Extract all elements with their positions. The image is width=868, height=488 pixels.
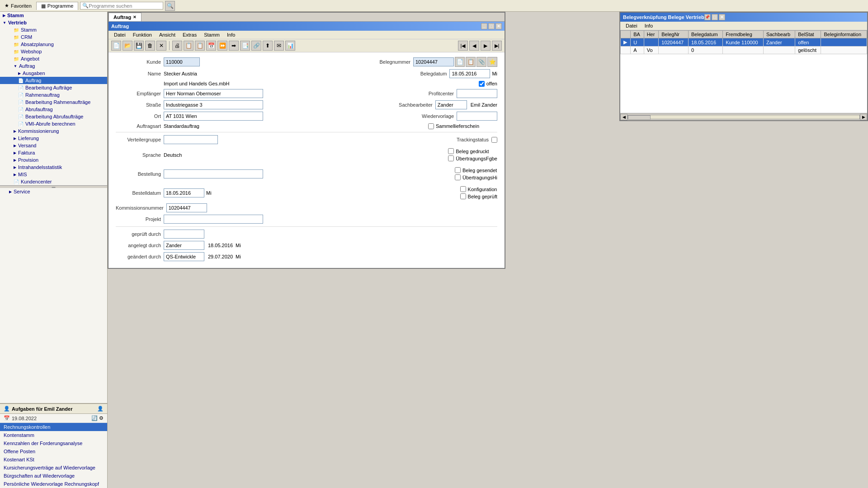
empfaenger-input[interactable] <box>164 89 263 98</box>
print-btn[interactable]: 🖨 <box>172 41 182 51</box>
sidebar-item-intrahandelsstatistik[interactable]: ▶ Intrahandelsstatistik <box>0 164 107 171</box>
search-submit-btn[interactable]: 🔍 <box>165 1 175 11</box>
tasks-list-item-kursicherung[interactable]: Kursicherungsverträge auf Wiedervorlage <box>0 464 107 472</box>
verteilergruppe-input[interactable] <box>164 135 218 144</box>
scroll-left-btn[interactable]: ◀ <box>620 114 627 120</box>
table-row[interactable]: ▶ U 10204447 18.05.2016 Kunde 110000 Zan… <box>621 38 867 47</box>
sidebar-item-stamm-sub[interactable]: 📁 Stamm <box>0 26 107 33</box>
sidebar-item-lieferung[interactable]: ▶ Lieferung <box>0 135 107 142</box>
maximize-btn[interactable]: □ <box>488 23 495 29</box>
beleg-btn1[interactable]: 📄 <box>455 57 465 67</box>
sidebar-item-abrufauftrag[interactable]: 📄 Abrufauftrag <box>0 106 107 113</box>
table-row[interactable]: A Vo 0 gelöscht <box>621 47 867 54</box>
profitcenter-input[interactable] <box>457 89 497 98</box>
sidebar-item-kommissionierung[interactable]: ▶ Kommissionierung <box>0 127 107 135</box>
nav-last-btn[interactable]: ▶| <box>492 41 502 51</box>
sidebar-item-auftrag-sub[interactable]: 📄 Auftrag <box>0 77 107 84</box>
col-beleginformation[interactable]: Beleginformation <box>821 31 867 38</box>
sidebar-item-bearbeitung-rahmenauftraege[interactable]: 📄 Bearbeitung Rahmenaufträge <box>0 99 107 106</box>
col-her[interactable]: Her <box>644 31 659 38</box>
col-sachbearb[interactable]: Sachbearb <box>763 31 795 38</box>
sidebar-item-versand[interactable]: ▶ Versand <box>0 142 107 149</box>
col-ba[interactable] <box>621 31 631 38</box>
angelegt-input[interactable] <box>164 241 204 250</box>
tasks-list-item-wiedervorlage[interactable]: Persönliche Wiedervorlage Rechnungskopf <box>0 480 107 488</box>
save-btn[interactable]: 💾 <box>134 41 144 51</box>
uebertragungshi-checkbox[interactable] <box>455 174 461 180</box>
beleg-btn4[interactable]: ⭐ <box>487 57 497 67</box>
menu-info[interactable]: Info <box>223 31 239 38</box>
programs-tab[interactable]: ▦ Programme <box>36 2 78 10</box>
link-btn[interactable]: 🔗 <box>251 41 261 51</box>
sidebar-item-mis[interactable]: ▶ MIS <box>0 171 107 178</box>
sidebar-item-absatzplanung[interactable]: 📁 Absatzplanung <box>0 41 107 48</box>
menu-datei[interactable]: Datei <box>110 31 129 38</box>
upload-btn[interactable]: ⬆ <box>263 41 273 51</box>
scroll-right-btn[interactable]: ▶ <box>860 114 867 120</box>
bestellung-input[interactable] <box>164 169 263 178</box>
projekt-input[interactable] <box>164 215 263 224</box>
sidebar-item-stamm[interactable]: ▶ Stamm <box>0 12 107 19</box>
beleg-menu-datei[interactable]: Datei <box>622 22 641 29</box>
doc2-btn[interactable]: 📑 <box>240 41 250 51</box>
nav-first-btn[interactable]: |◀ <box>458 41 468 51</box>
arrow-btn[interactable]: ➡ <box>229 41 239 51</box>
bestelldatum-input[interactable] <box>164 188 204 197</box>
strasse-input[interactable] <box>164 100 263 109</box>
minimize-btn[interactable]: _ <box>481 23 487 29</box>
cancel-btn[interactable]: ✕ <box>156 41 166 51</box>
ort-input[interactable] <box>164 112 263 121</box>
sidebar-item-service[interactable]: ▶ Service <box>0 188 107 195</box>
calendar-btn[interactable]: 📅 <box>206 41 216 51</box>
refresh-icon[interactable]: 🔄 <box>91 415 98 421</box>
sidebar-item-angebot[interactable]: 📁 Angebot <box>0 55 107 62</box>
tasks-list-item-buergschaften[interactable]: Bürgschaften auf Wiedervorlage <box>0 472 107 480</box>
tasks-list-item-kennzahlen[interactable]: Kennzahlen der Forderungsanalyse <box>0 439 107 447</box>
sidebar-item-ausgaben[interactable]: ▶ Ausgaben <box>0 70 107 77</box>
tab-close-btn[interactable]: ✕ <box>133 15 137 19</box>
beleg-btn3[interactable]: 📎 <box>476 57 486 67</box>
col-belegnr[interactable]: BelegNr <box>659 31 689 38</box>
sidebar-item-faktura[interactable]: ▶ Faktura <box>0 149 107 156</box>
scrollbar-track[interactable] <box>627 115 860 119</box>
sidebar-item-bearbeitung-auftraege[interactable]: 📄 Bearbeitung Aufträge <box>0 84 107 91</box>
open-btn[interactable]: 📂 <box>123 41 132 51</box>
gear-icon[interactable]: ⚙ <box>99 415 104 421</box>
beleg-gesendet-checkbox[interactable] <box>455 167 461 173</box>
tasks-list-item-offene-posten[interactable]: Offene Posten <box>0 447 107 455</box>
tasks-list-item-kostenart[interactable]: Kostenart KSt <box>0 455 107 464</box>
sidebar-item-kundencenter[interactable]: 📄 Kundencenter <box>0 178 107 185</box>
beleg-geprueft-checkbox[interactable] <box>460 193 466 199</box>
sidebar-item-auftrag-group[interactable]: ▼ Auftrag <box>0 62 107 70</box>
beleg-pin-btn[interactable]: 📌 <box>704 14 711 20</box>
sidebar-item-crm[interactable]: 📁 CRM <box>0 33 107 41</box>
nav-next-btn[interactable]: ▶ <box>481 41 491 51</box>
sidebar-item-vertrieb[interactable]: ▼ Vertrieb <box>0 19 107 26</box>
col-ba-label[interactable]: BA <box>631 31 644 38</box>
chart-btn[interactable]: 📊 <box>285 41 295 51</box>
forward-btn[interactable]: ⏩ <box>217 41 227 51</box>
menu-stamm[interactable]: Stamm <box>200 31 223 38</box>
menu-extras[interactable]: Extras <box>179 31 200 38</box>
geaendert-input[interactable] <box>164 252 204 261</box>
tasks-list-item-kontenstamm[interactable]: Kontenstamm <box>0 431 107 439</box>
copy-btn[interactable]: 📋 <box>184 41 193 51</box>
beleg-close-btn[interactable]: ✕ <box>719 14 725 20</box>
scrollbar-thumb[interactable] <box>628 115 651 120</box>
close-btn[interactable]: ✕ <box>495 23 502 29</box>
paste-btn[interactable]: 📋 <box>195 41 205 51</box>
nav-prev-btn[interactable]: ◀ <box>469 41 479 51</box>
search-input[interactable] <box>89 3 161 9</box>
sidebar-item-vmi[interactable]: 📄 VMI-Abrufe berechnen <box>0 120 107 127</box>
sidebar-item-provision[interactable]: ▶ Provision <box>0 156 107 164</box>
tab-auftrag[interactable]: Auftrag ✕ <box>108 13 142 21</box>
konfiguration-checkbox[interactable] <box>460 186 466 192</box>
wiedervorlage-input[interactable] <box>457 112 497 121</box>
beleg-maximize-btn[interactable]: □ <box>712 14 718 20</box>
kommissionsnummer-input[interactable] <box>166 203 207 212</box>
menu-funktion[interactable]: Funktion <box>129 31 156 38</box>
col-belstat[interactable]: BelStat <box>795 31 821 38</box>
offen-checkbox[interactable] <box>479 81 485 87</box>
uebertragungsfgbe-checkbox[interactable] <box>448 155 454 161</box>
sidebar-item-webshop[interactable]: 📁 Webshop <box>0 48 107 55</box>
